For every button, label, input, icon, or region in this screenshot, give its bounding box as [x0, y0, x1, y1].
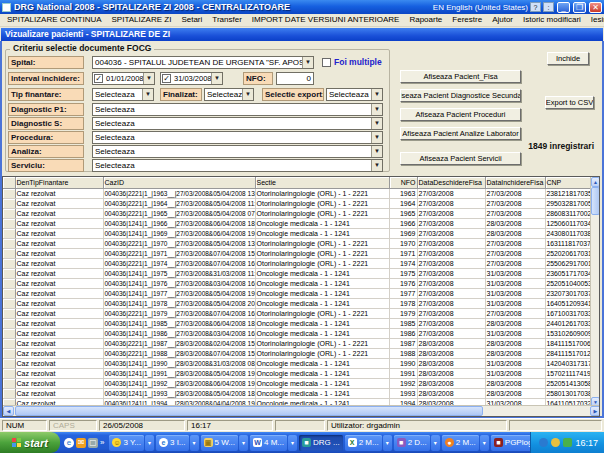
table-row[interactable]: Caz rezolvat004036|2221|1_|1963__|27/03/… — [3, 188, 591, 198]
table-row[interactable]: Caz rezolvat004036|2221|1_|1965__|27/03/… — [3, 208, 591, 218]
table-row[interactable]: Caz rezolvat004036|2221|1_|1987__|28/03/… — [3, 338, 591, 348]
export-csv-button[interactable]: Export to CSV — [545, 96, 594, 109]
menu-item-spitalizare-continua[interactable]: SPITALIZARE CONTINUA — [2, 14, 107, 26]
menu-item-rapoarte[interactable]: Rapoarte — [404, 14, 447, 26]
task-group-arrow-icon[interactable]: ▾ — [145, 435, 154, 451]
row-selector[interactable] — [3, 258, 15, 268]
tray-network-icon[interactable] — [539, 438, 548, 447]
menu-item-istoric-modificari[interactable]: Istoric modificari — [518, 14, 586, 26]
interval-from-checkbox[interactable]: ✓ — [94, 74, 103, 83]
tray-shield-icon[interactable] — [563, 438, 572, 447]
table-row[interactable]: Caz rezolvat004036|1241|1_|1977__|27/03/… — [3, 288, 591, 298]
afiseaza-pacient-proceduri-button[interactable]: Afiseaza Pacient Proceduri — [400, 108, 521, 121]
row-selector[interactable] — [3, 248, 15, 258]
row-selector[interactable] — [3, 208, 15, 218]
column-header-cazid[interactable]: CazID — [103, 177, 255, 188]
table-row[interactable]: Caz rezolvat004036|2221|1_|1971__|27/03/… — [3, 248, 591, 258]
task-group-arrow-icon[interactable]: ▾ — [190, 435, 199, 451]
taskbar-button-ie[interactable]: e3 I... — [156, 435, 189, 451]
diagnostic-s-combobox[interactable]: Selecteaza ▼ — [92, 117, 383, 130]
interval-to-checkbox[interactable]: ✓ — [162, 74, 171, 83]
menu-item-ajutor[interactable]: Ajutor — [487, 14, 518, 26]
row-selector[interactable] — [3, 358, 15, 368]
table-row[interactable]: Caz rezolvat004036|1241|1_|1969__|27/03/… — [3, 228, 591, 238]
scroll-right-icon[interactable]: ▶ — [590, 406, 600, 416]
row-selector[interactable] — [3, 288, 15, 298]
tip-finantare-combobox[interactable]: Selecteaza ▼ — [92, 88, 154, 101]
column-header-nfo[interactable]: NFO — [389, 177, 417, 188]
nfo-input[interactable]: 0 — [276, 72, 314, 85]
table-row[interactable]: Caz rezolvat004036|2221|1_|1988__|28/03/… — [3, 348, 591, 358]
horizontal-scroll-thumb[interactable] — [15, 406, 483, 416]
table-row[interactable]: Caz rezolvat004036|1241|1_|1966__|27/03/… — [3, 218, 591, 228]
chevron-down-icon[interactable]: ▼ — [302, 57, 313, 68]
interval-to-datepicker[interactable]: ✓ 31/03/2008 ▼ — [160, 72, 223, 85]
restore-button[interactable]: ❐ — [573, 2, 586, 13]
row-selector[interactable] — [3, 218, 15, 228]
quick-launch-mail-icon[interactable]: ✉ — [76, 438, 86, 448]
taskbar-button-folder[interactable]: ▣5 W... — [201, 435, 238, 451]
table-row[interactable]: Caz rezolvat004036|1241|1_|1990__|28/03/… — [3, 358, 591, 368]
menu-item-import-date-versiuni-anterioare[interactable]: IMPORT DATE VERSIUNI ANTERIOARE — [247, 14, 405, 26]
taskbar-button-drg[interactable]: ■DRG ... — [299, 435, 343, 451]
inchide-button[interactable]: Inchide — [547, 52, 589, 65]
spital-combobox[interactable]: 004036 - SPITALUL JUDETEAN DE URGENTA "S… — [92, 56, 314, 69]
language-options-icon[interactable]: : — [543, 2, 554, 12]
row-selector[interactable] — [3, 348, 15, 358]
chevron-down-icon[interactable]: ▼ — [371, 146, 382, 157]
table-row[interactable]: Caz rezolvat004036|1241|1_|1978__|27/03/… — [3, 298, 591, 308]
taskbar-button-docs[interactable]: ■2 D... — [394, 435, 430, 451]
column-header-datainchidere[interactable]: DataInchidereFisa — [485, 177, 545, 188]
vertical-scroll-thumb[interactable] — [591, 187, 600, 215]
start-button[interactable]: start — [0, 432, 60, 453]
chevron-down-icon[interactable]: ▼ — [371, 160, 382, 171]
column-header-cnp[interactable]: CNP — [545, 177, 591, 188]
row-selector[interactable] — [3, 198, 15, 208]
tray-app-icon[interactable] — [551, 438, 560, 447]
column-header-dentip[interactable]: DenTipFinantare — [15, 177, 103, 188]
quick-launch-overflow-icon[interactable]: » — [100, 438, 104, 447]
row-selector[interactable] — [3, 188, 15, 198]
row-selector[interactable] — [3, 228, 15, 238]
scroll-left-icon[interactable]: ◀ — [3, 406, 14, 416]
language-help-icon[interactable]: ? — [530, 2, 541, 12]
quick-launch-desktop-icon[interactable]: ▢ — [88, 438, 98, 448]
afiseaza-pacient-servicii-button[interactable]: Afiseaza Pacient Servicii — [400, 152, 521, 165]
language-bar[interactable]: EN English (United States) ? : _ ❐ ✕ — [433, 2, 602, 13]
chevron-down-icon[interactable]: ▼ — [371, 104, 382, 115]
menu-item-transfer[interactable]: Transfer — [207, 14, 247, 26]
afiseaza-pacient-analize-button[interactable]: Afiseaza Pacient Analize Laborator — [400, 127, 521, 140]
table-row[interactable]: Caz rezolvat004036|2221|1_|1970__|27/03/… — [3, 238, 591, 248]
chevron-down-icon[interactable]: ▼ — [143, 73, 154, 84]
column-header-sectie[interactable]: Sectie — [255, 177, 389, 188]
task-group-arrow-icon[interactable]: ▾ — [383, 435, 392, 451]
afiseaza-pacient-diagnostice-button[interactable]: Afiseaza Pacient Diagnostice Secundare — [400, 89, 521, 102]
menu-item-iesire[interactable]: Iesire — [586, 14, 604, 26]
selectie-export-combobox[interactable]: Selecteaza ▼ — [326, 88, 383, 101]
menu-item-spitalizare-zi[interactable]: SPITALIZARE ZI — [107, 14, 177, 26]
afiseaza-pacient-fisa-button[interactable]: Afiseaza Pacient_Fisa — [400, 70, 521, 83]
table-row[interactable]: Caz rezolvat004036|1241|1_|1986__|27/03/… — [3, 328, 591, 338]
serviciu-combobox[interactable]: Selecteaza ▼ — [92, 159, 383, 172]
table-row[interactable]: Caz rezolvat004036|1241|1_|1992__|28/03/… — [3, 378, 591, 388]
row-selector[interactable] — [3, 278, 15, 288]
task-group-arrow-icon[interactable]: ▾ — [431, 435, 440, 451]
row-selector[interactable] — [3, 328, 15, 338]
chevron-down-icon[interactable]: ▼ — [242, 89, 253, 100]
chevron-down-icon[interactable]: ▼ — [371, 118, 382, 129]
minimize-button[interactable]: _ — [557, 2, 570, 13]
menu-item-setari[interactable]: Setari — [176, 14, 207, 26]
row-selector[interactable] — [3, 368, 15, 378]
diagnostic-p1-combobox[interactable]: Selecteaza ▼ — [92, 103, 383, 116]
close-button[interactable]: ✕ — [589, 2, 602, 13]
scroll-up-icon[interactable]: ▲ — [591, 177, 600, 187]
taskbar-button-excel[interactable]: X2 M... — [345, 435, 382, 451]
foi-multiple-checkbox[interactable] — [322, 58, 331, 67]
horizontal-scrollbar[interactable]: ◀ ▶ — [3, 405, 600, 416]
chevron-down-icon[interactable]: ▼ — [371, 89, 382, 100]
quick-launch-browser-icon[interactable]: e — [64, 438, 74, 448]
row-selector[interactable] — [3, 308, 15, 318]
finalizat-combobox[interactable]: Selecteaza ▼ — [204, 88, 254, 101]
analiza-combobox[interactable]: Selecteaza ▼ — [92, 145, 383, 158]
taskbar-button-pgplog[interactable]: ■PGPlog — [491, 435, 531, 451]
